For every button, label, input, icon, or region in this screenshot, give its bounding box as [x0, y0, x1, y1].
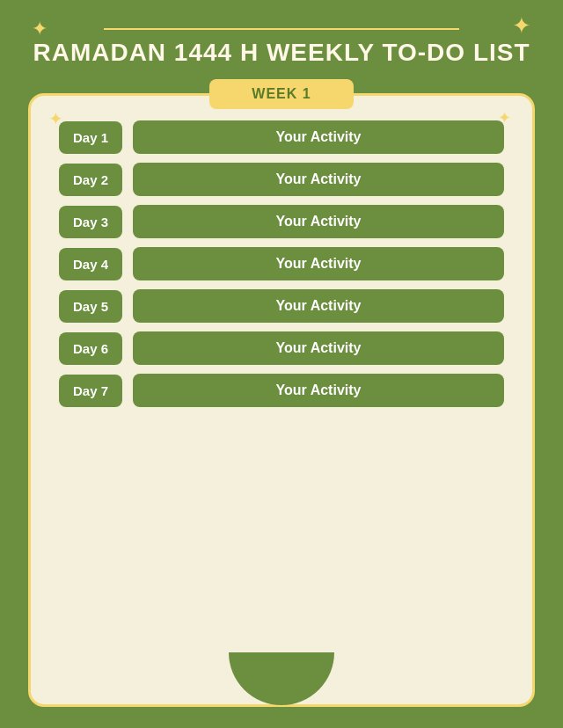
day-row: Day 3Your Activity — [59, 205, 504, 238]
page-title: RAMADAN 1444 H WEEKLY TO-DO LIST — [33, 39, 530, 67]
activity-box-day-5[interactable]: Your Activity — [133, 289, 504, 323]
day-row: Day 6Your Activity — [59, 331, 504, 365]
star-card-right-icon — [498, 110, 511, 126]
star-top-right-icon — [512, 14, 531, 37]
day-row: Day 7Your Activity — [59, 374, 504, 407]
day-row: Day 5Your Activity — [59, 289, 504, 323]
activity-box-day-1[interactable]: Your Activity — [133, 120, 504, 154]
day-label-1: Day 1 — [59, 121, 122, 154]
day-row: Day 1Your Activity — [59, 120, 504, 154]
top-decorative-line — [104, 28, 458, 30]
day-label-2: Day 2 — [59, 164, 122, 196]
day-label-6: Day 6 — [59, 332, 122, 365]
star-top-left-icon — [32, 19, 48, 39]
day-label-5: Day 5 — [59, 290, 122, 323]
week-badge: WEEK 1 — [209, 79, 353, 109]
activity-box-day-3[interactable]: Your Activity — [133, 205, 504, 238]
day-label-4: Day 4 — [59, 248, 122, 280]
activity-box-day-7[interactable]: Your Activity — [133, 374, 504, 407]
days-container: Day 1Your ActivityDay 2Your ActivityDay … — [59, 120, 504, 416]
day-label-7: Day 7 — [59, 375, 122, 407]
activity-box-day-4[interactable]: Your Activity — [133, 247, 504, 280]
page-wrapper: RAMADAN 1444 H WEEKLY TO-DO LIST WEEK 1 … — [0, 0, 563, 728]
activity-box-day-2[interactable]: Your Activity — [133, 163, 504, 196]
activity-box-day-6[interactable]: Your Activity — [133, 331, 504, 365]
day-label-3: Day 3 — [59, 206, 122, 238]
day-row: Day 2Your Activity — [59, 163, 504, 196]
activity-card: Day 1Your ActivityDay 2Your ActivityDay … — [28, 93, 535, 707]
day-row: Day 4Your Activity — [59, 247, 504, 280]
star-card-left-icon — [48, 110, 63, 127]
